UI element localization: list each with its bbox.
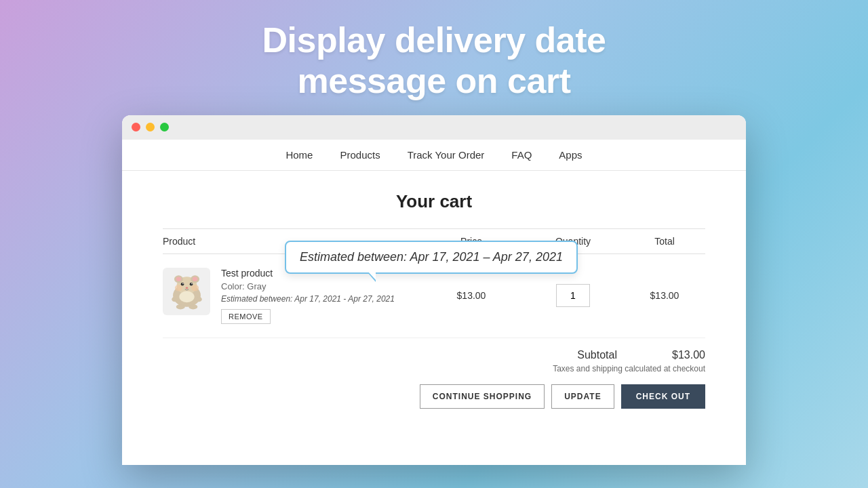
svg-point-13 [172,297,178,302]
table-row: Estimated between: Apr 17, 2021 – Apr 27… [163,254,705,338]
product-info: Test product Color: Gray Estimated betwe… [163,268,420,324]
subtotal-amount: $13.00 [658,349,705,361]
svg-point-7 [189,283,193,286]
quantity-input[interactable] [556,284,590,307]
nav-faq[interactable]: FAQ [511,149,532,161]
browser-chrome [122,115,746,140]
svg-point-16 [189,304,197,309]
cart-title: Your cart [163,191,705,212]
continue-shopping-button[interactable]: CONTINUE SHOPPING [420,384,545,409]
remove-button[interactable]: REMOVE [221,309,271,324]
subtotal-section: Subtotal $13.00 Taxes and shipping calcu… [163,349,705,409]
product-delivery: Estimated between: Apr 17, 2021 - Apr 27… [221,294,420,304]
svg-point-4 [176,277,180,282]
browser-body: Home Products Track Your Order FAQ Apps … [122,140,746,465]
taxes-note: Taxes and shipping calculated at checkou… [553,364,705,373]
svg-point-14 [195,297,201,302]
col-header-total: Total [624,236,705,247]
product-image [163,268,210,315]
quantity-cell [522,284,624,307]
nav-bar: Home Products Track Your Order FAQ Apps [122,140,746,171]
minimize-dot [146,123,155,131]
close-dot [132,123,140,131]
svg-point-15 [176,304,184,309]
svg-point-5 [192,277,197,282]
product-details: Test product Color: Gray Estimated betwe… [221,268,420,324]
update-button[interactable]: UPDATE [551,384,614,409]
svg-point-9 [191,283,192,284]
svg-point-6 [180,283,184,286]
cart-content: Your cart Product Price Quantity Total E… [122,171,746,429]
svg-point-12 [191,285,199,291]
maximize-dot [160,123,169,131]
svg-point-11 [174,285,182,291]
browser-window: Home Products Track Your Order FAQ Apps … [122,115,746,465]
product-color: Color: Gray [221,281,420,291]
delivery-tooltip: Estimated between: Apr 17, 2021 – Apr 27… [285,241,578,274]
nav-products[interactable]: Products [340,149,380,161]
hero-title: Display delivery date message on cart [262,20,606,102]
subtotal-label: Subtotal [577,349,617,361]
action-buttons: CONTINUE SHOPPING UPDATE CHECK OUT [420,384,705,409]
nav-home[interactable]: Home [285,149,313,161]
svg-point-8 [182,283,183,284]
nav-track-order[interactable]: Track Your Order [408,149,485,161]
item-price: $13.00 [420,290,522,301]
svg-point-10 [185,287,188,289]
nav-apps[interactable]: Apps [559,149,582,161]
subtotal-row: Subtotal $13.00 [577,349,705,361]
svg-point-17 [179,291,194,303]
checkout-button[interactable]: CHECK OUT [621,384,705,409]
item-total: $13.00 [624,290,705,301]
